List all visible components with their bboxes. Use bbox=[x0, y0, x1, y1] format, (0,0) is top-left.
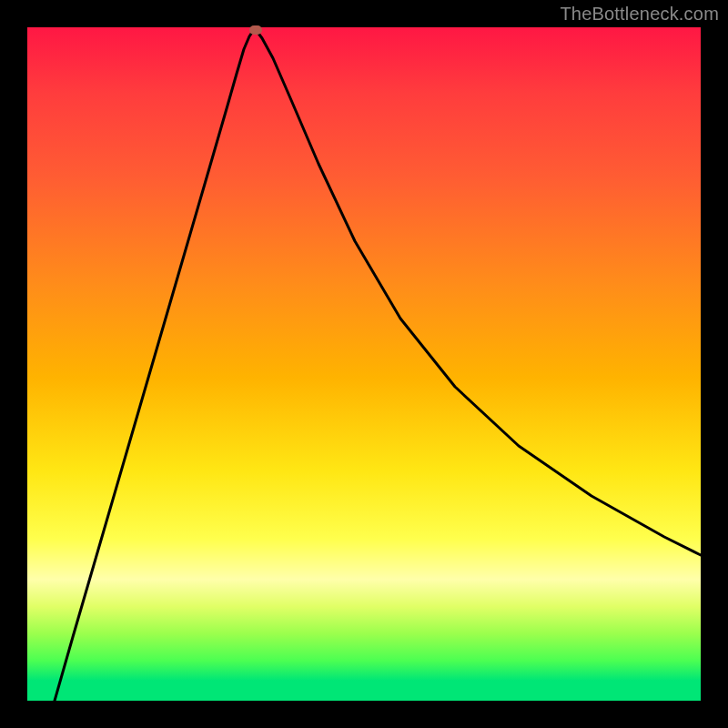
chart-frame: TheBottleneck.com bbox=[0, 0, 728, 728]
optimal-point-marker bbox=[249, 25, 262, 35]
attribution-text: TheBottleneck.com bbox=[560, 4, 719, 25]
bottleneck-curve bbox=[27, 27, 701, 701]
